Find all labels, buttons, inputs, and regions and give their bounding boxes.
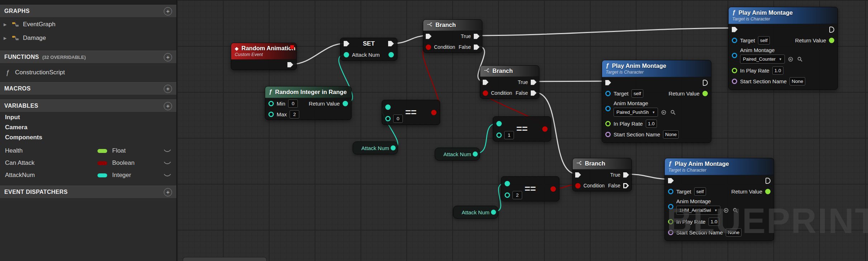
bottom-tab[interactable]	[183, 257, 267, 261]
start-section-name-input[interactable]: None	[790, 77, 805, 85]
input-b-pin[interactable]	[505, 192, 510, 198]
start-section-name-pin[interactable]	[732, 79, 737, 84]
node-random-animation[interactable]: ◆ Random Animation Custom Event	[231, 43, 297, 70]
node-set-attack-num[interactable]: SET Attack Num	[340, 38, 397, 61]
node-attack-num-getter-3[interactable]: Attack Num	[453, 206, 498, 219]
output-pin[interactable]	[391, 145, 396, 150]
exec-in-pin[interactable]	[575, 172, 581, 178]
max-value-input[interactable]: 2	[290, 110, 299, 118]
node-attack-num-getter-2[interactable]: Attack Num	[435, 148, 480, 160]
target-value[interactable]: self	[694, 187, 706, 196]
node-equals-1[interactable]: == 1	[493, 116, 551, 141]
node-branch-3[interactable]: Branch True Condition False	[572, 158, 632, 191]
output-pin[interactable]	[491, 210, 496, 215]
false-exec-pin[interactable]	[623, 183, 629, 188]
node-equals-0[interactable]: == 0	[382, 100, 440, 125]
graphs-section-header[interactable]: GRAPHS +	[0, 5, 176, 18]
exec-out-pin[interactable]	[388, 41, 394, 46]
target-value[interactable]: self	[758, 36, 770, 45]
target-pin[interactable]	[732, 38, 737, 43]
true-exec-pin[interactable]	[474, 34, 480, 39]
output-pin[interactable]	[473, 152, 478, 157]
input-a-pin[interactable]	[496, 121, 502, 126]
input-a-pin[interactable]	[385, 104, 391, 110]
variable-category-camera[interactable]: Camera	[0, 122, 176, 132]
return-value-pin[interactable]	[702, 91, 708, 96]
node-equals-2[interactable]: == 2	[501, 176, 559, 201]
node-attack-num-getter-1[interactable]: Attack Num	[353, 141, 398, 154]
condition-pin[interactable]	[575, 183, 581, 188]
in-play-rate-pin[interactable]	[732, 68, 737, 73]
exec-in-pin[interactable]	[426, 34, 431, 39]
attack-num-output-pin[interactable]	[388, 52, 394, 57]
sidebar-item-damage[interactable]: ▶ Damage	[0, 31, 176, 45]
exec-in-pin[interactable]	[668, 178, 674, 183]
add-variable-button[interactable]: +	[164, 102, 172, 110]
sidebar-item-eventgraph[interactable]: ▶ EventGraph	[0, 18, 176, 31]
result-pin[interactable]	[550, 186, 556, 192]
exec-in-pin[interactable]	[344, 41, 349, 46]
browse-asset-icon[interactable]	[796, 56, 803, 63]
in-play-rate-input[interactable]: 1.0	[772, 66, 783, 75]
min-value-input[interactable]: 0	[288, 99, 298, 108]
node-branch-2[interactable]: Branch True Condition False	[480, 65, 539, 99]
input-b-pin[interactable]	[496, 132, 502, 138]
anim-montage-dropdown[interactable]: Paired_PushSh ▼	[614, 108, 658, 117]
exec-out-pin[interactable]	[287, 62, 293, 67]
in-play-rate-pin[interactable]	[605, 121, 611, 126]
add-graph-button[interactable]: +	[164, 7, 172, 15]
input-b-pin[interactable]	[385, 116, 391, 121]
exec-out-pin[interactable]	[766, 178, 771, 184]
sidebar-item-constructionscript[interactable]: ƒ ConstructionScript	[0, 66, 176, 79]
node-random-integer-in-range[interactable]: ƒ Random Integer in Range Min 0 Return V…	[265, 86, 352, 120]
event-dispatchers-section-header[interactable]: EVENT DISPATCHERS +	[0, 186, 176, 199]
use-selected-asset-icon[interactable]	[787, 56, 794, 63]
result-pin[interactable]	[431, 110, 437, 115]
node-play-anim-montage-2[interactable]: ƒ Play Anim Montage Target is Character …	[602, 60, 711, 143]
false-exec-pin[interactable]	[531, 90, 536, 96]
exec-out-pin[interactable]	[703, 80, 708, 86]
use-selected-asset-icon[interactable]	[660, 109, 667, 116]
anim-montage-dropdown[interactable]: Paired_Counter ▼	[740, 55, 785, 64]
max-pin[interactable]	[268, 112, 274, 117]
return-value-pin[interactable]	[765, 189, 771, 194]
min-pin[interactable]	[268, 101, 274, 106]
exec-in-pin[interactable]	[605, 80, 611, 85]
return-value-pin[interactable]	[829, 38, 834, 43]
true-exec-pin[interactable]	[623, 172, 629, 178]
node-play-anim-montage-1[interactable]: ƒ Play Anim Montage Target is Character …	[728, 7, 838, 90]
variable-row-health[interactable]: Health Float	[0, 145, 176, 157]
variables-section-header[interactable]: VARIABLES +	[0, 99, 176, 112]
expand-arrow-icon[interactable]: ▶	[4, 36, 8, 41]
result-pin[interactable]	[542, 126, 548, 132]
graph-canvas[interactable]: ◆ Random Animation Custom Event SET Atta…	[177, 0, 868, 261]
compare-value-input[interactable]: 0	[393, 115, 403, 123]
add-event-dispatcher-button[interactable]: +	[164, 188, 172, 196]
true-exec-pin[interactable]	[531, 80, 536, 85]
exec-in-pin[interactable]	[732, 27, 738, 32]
compare-value-input[interactable]: 1	[504, 131, 514, 139]
add-macro-button[interactable]: +	[164, 85, 172, 93]
functions-section-header[interactable]: FUNCTIONS (32 OVERRIDABLE) +	[0, 51, 176, 64]
target-pin[interactable]	[605, 91, 611, 96]
closed-eye-icon[interactable]	[163, 173, 171, 177]
node-branch-1[interactable]: Branch True Condition False	[423, 19, 482, 53]
attack-num-input-pin[interactable]	[344, 52, 349, 57]
start-section-name-pin[interactable]	[605, 132, 611, 137]
start-section-name-input[interactable]: None	[663, 130, 679, 139]
expand-arrow-icon[interactable]: ▶	[4, 22, 8, 27]
variable-row-can-attack[interactable]: Can Attack Boolean	[0, 157, 176, 169]
in-play-rate-input[interactable]: 1.0	[646, 120, 657, 128]
browse-asset-icon[interactable]	[669, 109, 677, 116]
add-function-button[interactable]: +	[164, 53, 172, 61]
exec-out-pin[interactable]	[829, 27, 834, 33]
anim-montage-pin[interactable]	[605, 106, 611, 111]
target-pin[interactable]	[668, 189, 673, 194]
anim-montage-pin[interactable]	[732, 53, 737, 58]
variable-category-components[interactable]: Components	[0, 132, 176, 143]
closed-eye-icon[interactable]	[163, 149, 171, 153]
variable-category-input[interactable]: Input	[0, 112, 176, 122]
compare-value-input[interactable]: 2	[512, 191, 522, 199]
macros-section-header[interactable]: MACROS +	[0, 82, 176, 95]
false-exec-pin[interactable]	[474, 45, 480, 50]
